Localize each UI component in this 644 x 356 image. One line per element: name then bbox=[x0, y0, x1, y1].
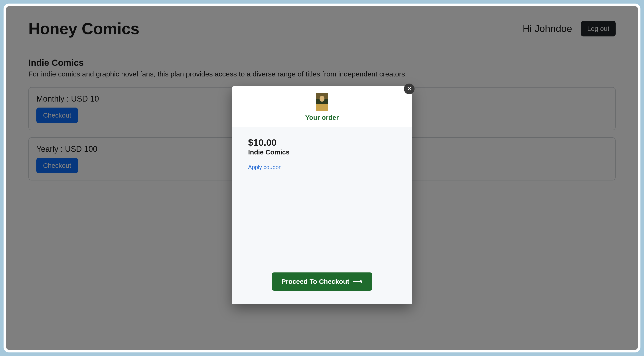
modal-title: Your order bbox=[236, 114, 408, 121]
modal-header: Your order bbox=[232, 86, 412, 127]
close-button[interactable]: ✕ bbox=[404, 84, 414, 94]
outer-frame: Honey Comics Hi Johndoe Log out Indie Co… bbox=[4, 4, 640, 352]
modal-footer: Proceed To Checkout ⟶ bbox=[232, 266, 412, 304]
proceed-checkout-button[interactable]: Proceed To Checkout ⟶ bbox=[272, 272, 372, 291]
merchant-logo-icon bbox=[316, 93, 328, 111]
order-item-name: Indie Comics bbox=[248, 148, 396, 156]
apply-coupon-link[interactable]: Apply coupon bbox=[248, 164, 396, 170]
arrow-right-icon: ⟶ bbox=[352, 278, 362, 285]
modal-body: $10.00 Indie Comics Apply coupon bbox=[232, 127, 412, 266]
order-modal: ✕ Your order $10.00 Indie Comics Apply c… bbox=[232, 86, 412, 304]
close-icon: ✕ bbox=[407, 86, 412, 92]
modal-overlay[interactable]: ✕ Your order $10.00 Indie Comics Apply c… bbox=[6, 6, 638, 350]
order-price: $10.00 bbox=[248, 137, 396, 148]
proceed-label: Proceed To Checkout bbox=[282, 278, 349, 285]
app-frame: Honey Comics Hi Johndoe Log out Indie Co… bbox=[6, 6, 638, 350]
